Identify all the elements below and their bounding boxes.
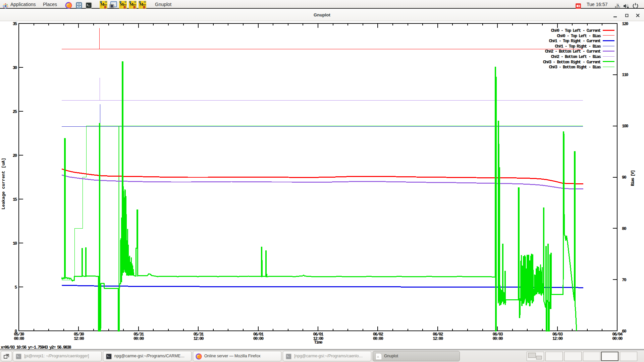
svg-text:Ch#2 - Bottom Left - Bias: Ch#2 - Bottom Left - Bias [551,54,601,59]
svg-text:Ch#3 - Bottom Right - Current: Ch#3 - Bottom Right - Current [543,60,601,65]
svg-text:00:00: 00:00 [14,336,24,341]
svg-text:Ch#0 - Top Left - Current: Ch#0 - Top Left - Current [551,28,601,33]
svg-text:110: 110 [622,72,629,77]
svg-text:00:00: 00:00 [133,336,144,341]
svg-text:00:00: 00:00 [612,336,623,341]
svg-text:idas: idas [123,3,127,6]
svg-text:00:00: 00:00 [253,336,264,341]
svg-text:Ch#3 - Bottom Right - Bias: Ch#3 - Bottom Right - Bias [549,65,601,70]
svg-text:Ch#1 - Top Right - Bias: Ch#1 - Top Right - Bias [555,44,601,49]
svg-text:120: 120 [622,21,629,26]
svg-text:Ch#2 - Bottom Left - Current: Ch#2 - Bottom Left - Current [545,49,601,54]
svg-text:12:00: 12:00 [433,336,443,341]
svg-text:Ch#1 - Top Right - Current: Ch#1 - Top Right - Current [549,39,601,44]
svg-text:Time: Time [314,340,323,345]
svg-text:12:00: 12:00 [193,336,204,341]
svg-text:Ch#0 - Top Left - Bias: Ch#0 - Top Left - Bias [557,34,601,39]
svg-text:idas: idas [142,3,146,6]
svg-text:?: ? [616,4,619,9]
svg-text:Leakage current [uA]: Leakage current [uA] [1,158,6,209]
svg-text:12:00: 12:00 [74,336,85,341]
svg-text:12:00: 12:00 [552,336,563,341]
svg-text:Bias [V]: Bias [V] [630,171,635,186]
svg-text:00:00: 00:00 [492,336,503,341]
svg-text:idas: idas [132,3,137,6]
svg-text:100: 100 [622,124,629,129]
svg-text:idas: idas [103,3,107,6]
svg-text:00:00: 00:00 [373,336,384,341]
svg-text:x=06/03 10:56 y=-1.75943 y2= 5: x=06/03 10:56 y=-1.75943 y2= 56.9838 [1,345,71,350]
